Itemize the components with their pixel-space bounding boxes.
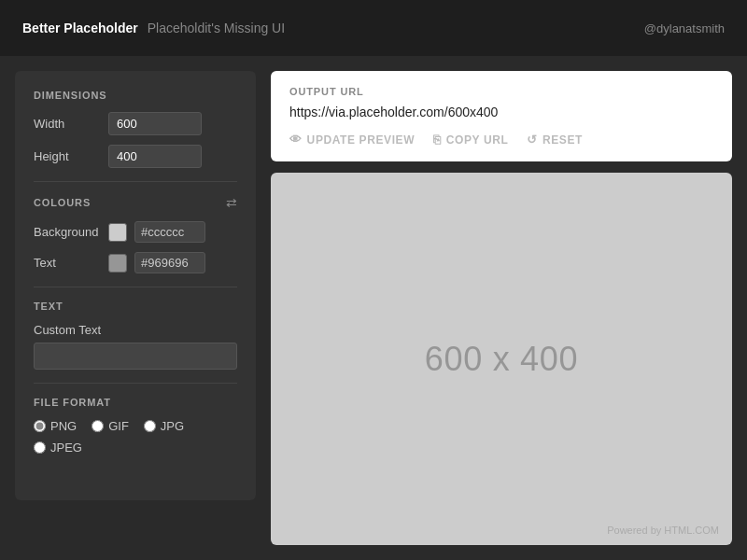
height-row: Height	[34, 145, 237, 168]
url-actions: 👁 UPDATE PREVIEW ⎘ COPY URL ↺ RESET	[289, 133, 713, 147]
width-row: Width	[34, 112, 237, 135]
background-color-row: Background #cccccc	[34, 221, 237, 243]
divider-3	[34, 383, 237, 384]
width-input[interactable]	[108, 112, 202, 135]
radio-gif[interactable]: GIF	[92, 419, 129, 433]
background-label: Background	[34, 225, 108, 239]
radio-png[interactable]: PNG	[34, 419, 77, 433]
preview-box: 600 x 400 Powered by HTML.COM	[271, 173, 732, 545]
height-input[interactable]	[108, 145, 202, 168]
reset-button[interactable]: ↺ RESET	[527, 133, 583, 147]
left-panel: DIMENSIONS Width Height COLOURS ⇄ Backgr…	[15, 71, 256, 500]
radio-png-input[interactable]	[34, 420, 46, 432]
eye-icon: 👁	[289, 133, 303, 147]
radio-gif-input[interactable]	[92, 420, 104, 432]
app-header: Better Placeholder Placeholdit's Missing…	[0, 0, 747, 56]
main-content: DIMENSIONS Width Height COLOURS ⇄ Backgr…	[0, 56, 747, 560]
height-label: Height	[34, 149, 108, 163]
reset-icon: ↺	[527, 133, 538, 147]
right-panel: OUTPUT URL https://via.placeholder.com/6…	[271, 71, 732, 545]
copy-url-label: COPY URL	[446, 133, 509, 147]
text-section: TEXT Custom Text	[34, 301, 237, 370]
divider-2	[34, 287, 237, 287]
custom-text-sublabel: Custom Text	[34, 323, 237, 337]
text-section-label: TEXT	[34, 301, 237, 312]
file-format-label: FILE FORMAT	[34, 397, 237, 408]
background-swatch[interactable]	[108, 223, 127, 242]
update-preview-button[interactable]: 👁 UPDATE PREVIEW	[289, 133, 415, 147]
powered-by: Powered by HTML.COM	[607, 525, 719, 536]
output-url-value: https://via.placeholder.com/600x400	[289, 105, 713, 119]
update-preview-label: UPDATE PREVIEW	[307, 133, 416, 147]
output-url-label: OUTPUT URL	[289, 86, 713, 97]
colours-header: COLOURS ⇄	[34, 195, 237, 210]
preview-text: 600 x 400	[425, 340, 579, 379]
radio-jpeg[interactable]: JPEG	[34, 441, 82, 455]
reset-label: RESET	[543, 133, 583, 147]
output-url-box: OUTPUT URL https://via.placeholder.com/6…	[271, 71, 732, 161]
shuffle-icon[interactable]: ⇄	[226, 195, 237, 210]
twitter-handle: @dylanatsmith	[644, 21, 725, 35]
radio-group: PNG GIF JPG JPEG	[34, 419, 237, 455]
text-swatch[interactable]	[108, 254, 127, 273]
background-hex: #cccccc	[134, 221, 205, 243]
dimensions-label: DIMENSIONS	[34, 90, 237, 101]
app-name: Better Placeholder	[22, 21, 138, 35]
text-color-row: Text #969696	[34, 252, 237, 273]
copy-icon: ⎘	[433, 133, 442, 147]
text-color-label: Text	[34, 256, 108, 270]
radio-jpg[interactable]: JPG	[144, 419, 184, 433]
divider-1	[34, 181, 237, 182]
colours-label: COLOURS	[34, 197, 91, 208]
custom-text-input[interactable]	[34, 343, 237, 370]
app-subtitle: Placeholdit's Missing UI	[148, 21, 285, 35]
radio-jpeg-input[interactable]	[34, 441, 46, 454]
header-left: Better Placeholder Placeholdit's Missing…	[22, 21, 285, 35]
copy-url-button[interactable]: ⎘ COPY URL	[433, 133, 508, 147]
text-hex: #969696	[134, 252, 205, 273]
file-format-section: FILE FORMAT PNG GIF JPG JPEG	[34, 397, 237, 455]
radio-jpg-input[interactable]	[144, 420, 156, 432]
width-label: Width	[34, 117, 108, 131]
